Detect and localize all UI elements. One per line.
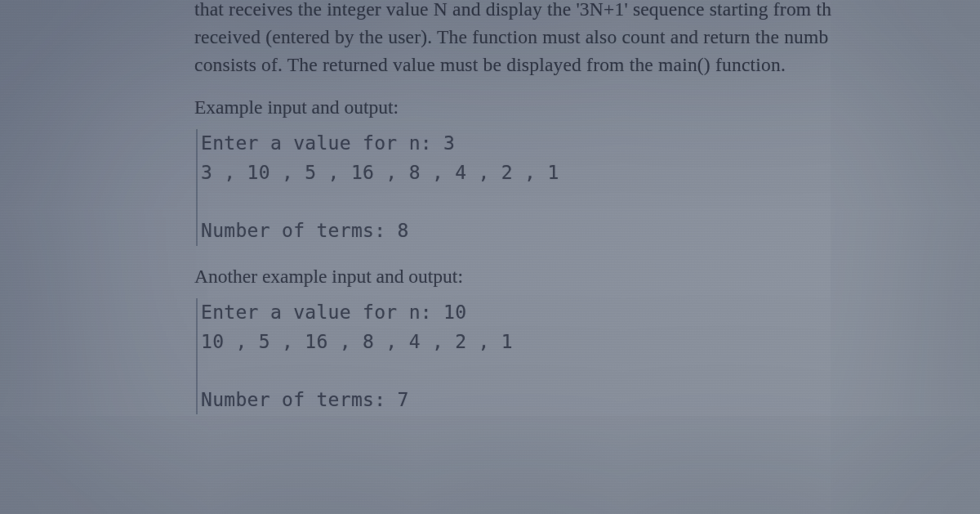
example-2-label: Another example input and output: bbox=[194, 262, 980, 290]
example-2-sequence: 10 , 5 , 16 , 8 , 4 , 2 , 1 bbox=[201, 328, 980, 357]
example-2-terms: Number of terms: 7 bbox=[201, 386, 980, 415]
document-page: that receives the integer value N and di… bbox=[0, 0, 980, 514]
example-1-block: Enter a value for n: 33 , 10 , 5 , 16 , … bbox=[196, 129, 980, 246]
example-1-sequence: 3 , 10 , 5 , 16 , 8 , 4 , 2 , 1 bbox=[201, 159, 980, 188]
example-1-prompt: Enter a value for n: 3 bbox=[201, 129, 980, 159]
example-2-prompt: Enter a value for n: 10 bbox=[201, 298, 980, 328]
problem-line-1: that receives the integer value N and di… bbox=[194, 0, 831, 20]
problem-line-3: consists of. The returned value must be … bbox=[194, 54, 786, 75]
problem-line-2: received (entered by the user). The func… bbox=[194, 26, 828, 47]
example-1-terms: Number of terms: 8 bbox=[201, 217, 980, 246]
example-2-block: Enter a value for n: 1010 , 5 , 16 , 8 ,… bbox=[196, 298, 980, 415]
blank-row bbox=[201, 188, 980, 217]
document-content: that receives the integer value N and di… bbox=[194, 0, 980, 414]
problem-paragraph: that receives the integer value N and di… bbox=[194, 0, 980, 78]
blank-row bbox=[201, 356, 980, 386]
example-1-label: Example input and output: bbox=[194, 93, 980, 121]
